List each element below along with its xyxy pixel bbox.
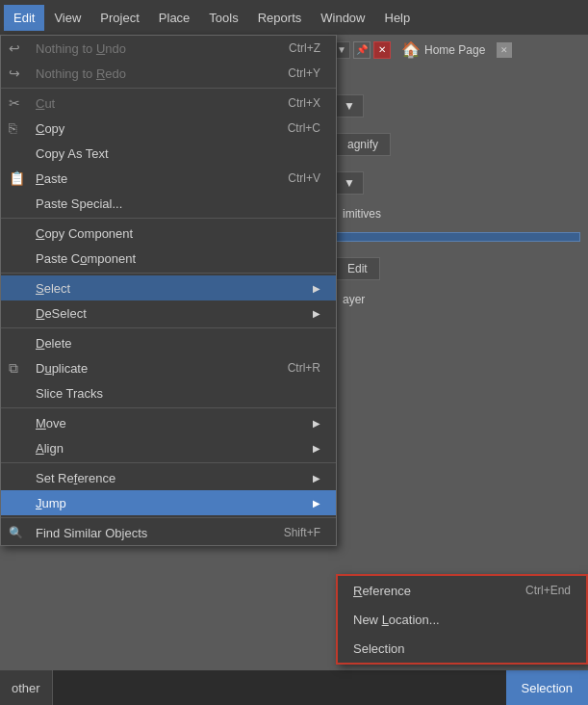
undo-icon: ↩ xyxy=(9,40,20,56)
layer-text: ayer xyxy=(335,289,372,310)
redo-icon: ↪ xyxy=(9,65,20,81)
cut-icon: ✂ xyxy=(9,95,20,111)
search-icon: 🔍 xyxy=(9,526,23,539)
magnify-btn[interactable]: agnify xyxy=(335,133,391,156)
menu-window[interactable]: Window xyxy=(311,5,374,31)
divider-2 xyxy=(1,218,336,219)
jump-selection[interactable]: Selection xyxy=(338,634,586,663)
menu-tools[interactable]: Tools xyxy=(199,5,247,31)
jump-new-location[interactable]: New Location... xyxy=(338,605,586,634)
align-arrow-icon: ▶ xyxy=(313,443,320,454)
divider-6 xyxy=(1,462,336,463)
status-left: other xyxy=(0,670,53,705)
jump-arrow-icon: ▶ xyxy=(313,498,320,509)
menu-delete[interactable]: Delete xyxy=(1,330,336,355)
menu-paste-component[interactable]: Paste Component xyxy=(1,246,336,271)
divider-5 xyxy=(1,407,336,408)
menu-edit[interactable]: Edit xyxy=(4,5,44,31)
menu-place[interactable]: Place xyxy=(149,5,200,31)
menu-undo[interactable]: ↩ Nothing to Undo Ctrl+Z xyxy=(1,36,336,61)
primitives-text: imitives xyxy=(335,203,389,224)
tab-close-icon[interactable]: ✕ xyxy=(497,42,512,58)
menu-help[interactable]: Help xyxy=(375,5,421,31)
menu-view[interactable]: View xyxy=(44,5,90,31)
copy-icon: ⎘ xyxy=(9,120,16,136)
home-tab-label: Home Page xyxy=(424,43,485,57)
panel-dropdown-2[interactable]: ▼ xyxy=(335,171,364,195)
menu-redo[interactable]: ↪ Nothing to Redo Ctrl+Y xyxy=(1,61,336,86)
edit-menu: ↩ Nothing to Undo Ctrl+Z ↪ Nothing to Re… xyxy=(0,35,337,546)
menu-find-similar[interactable]: 🔍 Find Similar Objects Shift+F xyxy=(1,520,336,545)
divider-7 xyxy=(1,517,336,518)
status-right-selection[interactable]: Selection xyxy=(506,670,588,705)
menu-set-reference[interactable]: Set Reference ▶ xyxy=(1,465,336,490)
paste-icon: 📋 xyxy=(9,170,25,186)
menu-reports[interactable]: Reports xyxy=(248,5,312,31)
close-btn[interactable]: ✕ xyxy=(373,41,391,59)
menu-copy-as-text[interactable]: Copy As Text xyxy=(1,141,336,166)
duplicate-icon: ⧉ xyxy=(9,360,18,377)
select-arrow-icon: ▶ xyxy=(313,283,320,294)
menu-deselect[interactable]: DeSelect ▶ xyxy=(1,300,336,326)
divider-1 xyxy=(1,88,336,89)
menu-paste[interactable]: 📋 Paste Ctrl+V xyxy=(1,166,336,191)
move-arrow-icon: ▶ xyxy=(313,418,320,429)
divider-4 xyxy=(1,327,336,328)
menu-align[interactable]: Align ▶ xyxy=(1,435,336,460)
edit-btn[interactable]: Edit xyxy=(335,257,380,280)
menu-paste-special[interactable]: Paste Special... xyxy=(1,191,336,216)
pin-btn[interactable]: 📌 xyxy=(353,41,371,59)
set-reference-arrow-icon: ▶ xyxy=(313,473,320,483)
deselect-arrow-icon: ▶ xyxy=(313,308,320,319)
menu-bar: Edit View Project Place Tools Reports Wi… xyxy=(0,0,588,35)
status-bar: other Selection xyxy=(0,670,588,705)
menu-copy[interactable]: ⎘ Copy Ctrl+C xyxy=(1,116,336,141)
menu-copy-component[interactable]: Copy Component xyxy=(1,221,336,246)
panel-dropdown-1[interactable]: ▼ xyxy=(335,94,364,118)
menu-jump[interactable]: Jump ▶ xyxy=(1,490,336,515)
menu-cut[interactable]: ✂ Cut Ctrl+X xyxy=(1,91,336,116)
menu-move[interactable]: Move ▶ xyxy=(1,410,336,435)
blue-box xyxy=(335,232,580,242)
menu-duplicate[interactable]: ⧉ Duplicate Ctrl+R xyxy=(1,355,336,380)
divider-3 xyxy=(1,273,336,274)
menu-slice-tracks[interactable]: Slice Tracks xyxy=(1,380,336,405)
home-icon: 🏠 xyxy=(401,40,421,59)
jump-submenu: Reference Ctrl+End New Location... Selec… xyxy=(336,574,588,665)
jump-reference[interactable]: Reference Ctrl+End xyxy=(338,576,586,605)
menu-select[interactable]: Select ▶ xyxy=(1,275,336,300)
menu-project[interactable]: Project xyxy=(90,5,148,31)
